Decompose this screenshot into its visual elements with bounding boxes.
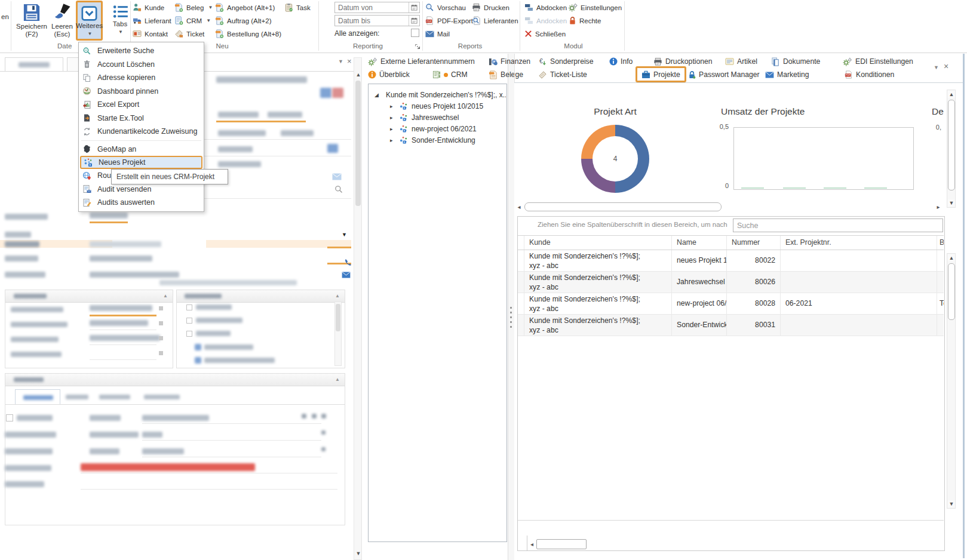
tree-collapsed-icon[interactable]: ▸ xyxy=(390,137,396,143)
tab-artikel[interactable]: Artikel xyxy=(725,55,757,68)
dialog-launcher-icon[interactable] xyxy=(415,44,420,50)
phone-icon[interactable] xyxy=(344,259,352,267)
menu-item-erweiterte-suche[interactable]: Erweiterte Suche xyxy=(79,44,204,58)
calendar-icon[interactable] xyxy=(409,2,419,13)
tab-edi-einstellungen[interactable]: EDI Einstellungen xyxy=(843,55,913,68)
column-header-name[interactable]: Name xyxy=(672,236,727,250)
left-panel-tab-1[interactable] xyxy=(5,57,63,71)
clear-button[interactable]: Leeren (Esc) xyxy=(49,1,75,38)
calendar-icon[interactable] xyxy=(409,16,419,26)
column-header-be[interactable]: Be xyxy=(937,236,944,250)
grid-row[interactable]: Kunde mit Sonderzeichen's !?%$];xyz - ab… xyxy=(518,250,944,272)
tabs-button[interactable]: Tabs ▼ xyxy=(108,1,133,36)
menu-item-dashboard-pinnen[interactable]: Dashboard pinnen xyxy=(79,85,204,99)
menu-item-excel-export[interactable]: Excel Export xyxy=(79,98,204,112)
undock-button[interactable]: Abdocken xyxy=(524,2,567,13)
tab-projekte[interactable]: Projekte xyxy=(641,68,680,81)
mail-button[interactable]: Mail xyxy=(425,28,450,39)
new-supplier-button[interactable]: Lieferant xyxy=(133,15,171,26)
collapse-icon[interactable]: ▲ xyxy=(335,377,340,382)
tree-root-item[interactable]: ◢ Kunde mit Sonderzeichen's !?%$];, x... xyxy=(374,89,506,100)
tab-ticket-liste[interactable]: Ticket-Liste xyxy=(538,68,587,81)
grid-hscroll-thumb[interactable] xyxy=(536,539,587,549)
grid-row[interactable]: Kunde mit Sonderzeichen's !?%$];xyz - ab… xyxy=(518,293,944,315)
hscroll-left-icon[interactable]: ◂ xyxy=(515,203,523,211)
new-crm-button[interactable]: CRM▼ xyxy=(174,15,211,26)
grid-row[interactable]: Kunde mit Sonderzeichen's !?%$];xyz - ab… xyxy=(518,315,944,336)
menu-item-adresse-kopieren[interactable]: Adresse kopieren xyxy=(79,71,204,85)
left-panel-scrollbar[interactable]: ▲ ▼ xyxy=(354,57,362,560)
date-to-field[interactable] xyxy=(334,15,420,26)
tree-collapsed-icon[interactable]: ▸ xyxy=(390,103,396,109)
cut-button[interactable]: en xyxy=(1,13,9,20)
envelope-light-icon[interactable] xyxy=(332,173,342,180)
grid-vscrollbar[interactable]: ▲ ▼ xyxy=(947,253,956,509)
scrollbar-thumb[interactable] xyxy=(948,263,955,320)
splitter[interactable] xyxy=(508,54,514,560)
more-button[interactable]: Weiteres ▼ xyxy=(76,1,103,41)
suppliers-report-button[interactable]: Lieferanten xyxy=(472,15,518,26)
hscroll-right-icon[interactable]: ▸ xyxy=(934,203,943,211)
settings-button[interactable]: Einstellungen xyxy=(569,2,622,13)
search-input[interactable] xyxy=(733,219,943,232)
date-to-input[interactable] xyxy=(335,16,409,26)
scroll-down-icon[interactable]: ▼ xyxy=(355,550,362,557)
menu-item-kundenartikelcode[interactable]: Kundenartikelcode Zuweisung xyxy=(79,125,204,139)
tabstrip-close-icon[interactable]: × xyxy=(944,61,948,71)
menu-item-geomap[interactable]: GeoMap an xyxy=(79,143,204,156)
new-beleg-button[interactable]: Beleg▼ xyxy=(174,2,213,13)
new-ticket-button[interactable]: Ticket xyxy=(174,28,204,39)
charts-hscroll-thumb[interactable] xyxy=(524,202,722,211)
new-customer-button[interactable]: Kunde xyxy=(133,2,164,13)
tree-item[interactable]: ▸ neues Projekt 10/2015 xyxy=(390,100,483,112)
combo-dropdown-icon[interactable]: ▼ xyxy=(342,232,347,238)
tree-item[interactable]: ▸ Jahreswechsel xyxy=(390,112,459,123)
tab-marketing[interactable]: Marketing xyxy=(765,68,809,81)
column-header-kunde[interactable]: Kunde xyxy=(524,236,672,250)
preview-button[interactable]: Vorschau xyxy=(425,2,466,13)
scrollbar-thumb[interactable] xyxy=(948,100,955,190)
column-header-nummer[interactable]: Nummer xyxy=(727,236,781,250)
tab-finanzen[interactable]: Finanzen xyxy=(489,55,530,68)
scrollbar-thumb[interactable] xyxy=(355,81,361,206)
date-from-field[interactable] xyxy=(334,2,420,13)
tab-konditionen[interactable]: PDF Konditionen xyxy=(845,68,894,81)
pin-icon[interactable]: ▼ xyxy=(338,59,343,64)
tree-collapsed-icon[interactable]: ▸ xyxy=(390,126,396,132)
new-angebot-button[interactable]: Angebot (Alt+1) xyxy=(215,2,275,13)
tab-crm[interactable]: CRM xyxy=(432,68,468,81)
tree-collapsed-icon[interactable]: ▸ xyxy=(390,115,396,121)
search-small-icon[interactable] xyxy=(334,185,343,193)
subtab-3[interactable] xyxy=(94,389,136,404)
scroll-up-icon[interactable]: ▲ xyxy=(355,71,362,78)
new-bestellung-button[interactable]: Bestellung (Alt+8) xyxy=(215,28,281,39)
menu-item-audits-auswerten[interactable]: Audits auswerten xyxy=(79,196,204,210)
collapse-icon[interactable]: ▲ xyxy=(163,293,168,299)
scroll-up-icon[interactable]: ▲ xyxy=(948,91,955,98)
subtab-1[interactable] xyxy=(15,389,60,404)
envelope-blue-icon[interactable] xyxy=(342,272,351,278)
new-auftrag-button[interactable]: Auftrag (Alt+2) xyxy=(215,15,271,26)
menu-item-neues-projekt[interactable]: Neues Projekt xyxy=(80,156,202,169)
tab-info[interactable]: Info xyxy=(609,55,633,68)
new-contact-button[interactable]: Kontakt xyxy=(133,28,168,39)
new-task-button[interactable]: Task xyxy=(284,2,311,13)
tree-item[interactable]: ▸ new-project 06/2021 xyxy=(390,123,477,134)
tab-externe-lieferantennummern[interactable]: Externe Lieferantennummern xyxy=(368,55,475,68)
subtab-2[interactable] xyxy=(60,389,94,404)
tree-expanded-icon[interactable]: ◢ xyxy=(374,92,379,98)
close-panel-icon[interactable]: × xyxy=(347,57,352,66)
scroll-up-icon[interactable]: ▲ xyxy=(948,254,955,261)
pdf-export-button[interactable]: PDF PDF-Export xyxy=(425,15,473,26)
date-from-input[interactable] xyxy=(335,2,409,13)
scroll-down-icon[interactable]: ▼ xyxy=(948,199,955,207)
tab-sonderpreise[interactable]: € Sonderpreise xyxy=(538,55,594,68)
tab-ueberblick[interactable]: Überblick xyxy=(368,68,410,81)
tab-passwort-manager[interactable]: Passwort Manager xyxy=(688,68,760,81)
menu-item-starte-extool[interactable]: Starte Ex.Tool xyxy=(79,112,204,125)
menu-item-account-loeschen[interactable]: Account Löschen xyxy=(79,58,204,72)
tree-item[interactable]: ▸ Sonder-Entwicklung xyxy=(390,134,475,146)
column-header-ext-projektnr[interactable]: Ext. Projektnr. xyxy=(781,236,937,250)
collapse-icon[interactable]: ▲ xyxy=(335,293,340,299)
print-button[interactable]: Drucken xyxy=(472,2,509,13)
